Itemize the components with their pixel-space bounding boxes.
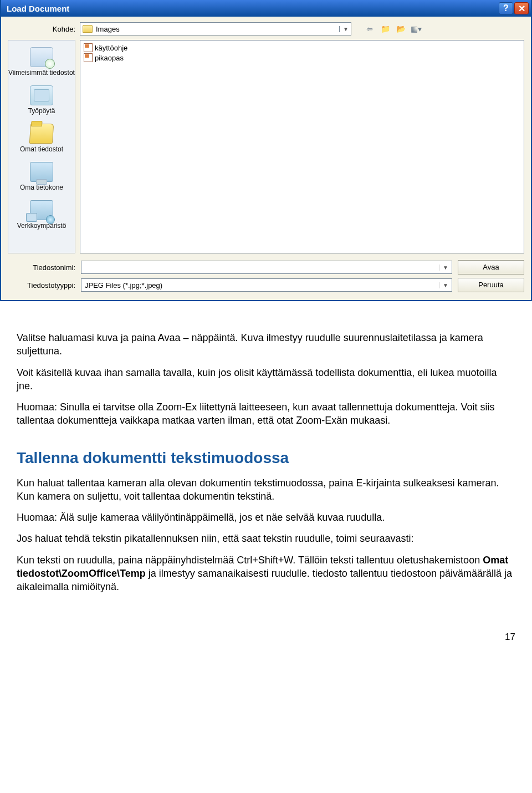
- place-label: Oma tietokone: [20, 184, 63, 191]
- file-name: käyttöohje: [95, 44, 127, 52]
- place-desktop[interactable]: Työpöytä: [28, 85, 55, 115]
- image-file-icon: [84, 53, 93, 62]
- up-folder-icon[interactable]: 📁: [379, 23, 391, 34]
- place-documents[interactable]: Omat tiedostot: [20, 124, 63, 153]
- paragraph: Valitse haluamasi kuva ja paina Avaa – n…: [17, 331, 515, 358]
- place-label: Omat tiedostot: [20, 145, 63, 153]
- look-in-label: Kohde:: [8, 25, 75, 33]
- filetype-label: Tiedostotyyppi:: [8, 281, 75, 289]
- paragraph: Kun haluat tallentaa kameran alla olevan…: [17, 476, 515, 504]
- cancel-button[interactable]: Peruuta: [458, 278, 524, 292]
- document-body: Valitse haluamasi kuva ja paina Avaa – n…: [0, 318, 532, 624]
- dialog-titlebar: Load Document ? ✕: [1, 0, 531, 17]
- section-heading: Tallenna dokumentti tekstimuodossa: [17, 448, 515, 469]
- chevron-down-icon: ▼: [339, 26, 349, 32]
- paragraph: Huomaa: Sinulla ei tarvitse olla Zoom-Ex…: [17, 400, 515, 428]
- folder-icon: [83, 25, 93, 33]
- close-button[interactable]: ✕: [514, 2, 529, 14]
- desktop-icon: [30, 85, 53, 105]
- places-bar: Viimeisimmät tiedostot Työpöytä Omat tie…: [8, 40, 75, 253]
- documents-icon: [29, 124, 54, 144]
- filename-label: Tiedostonimi:: [8, 263, 75, 272]
- place-recent[interactable]: Viimeisimmät tiedostot: [8, 47, 75, 77]
- list-item[interactable]: käyttöohje: [83, 43, 521, 53]
- open-button[interactable]: Avaa: [458, 260, 524, 274]
- place-label: Työpöytä: [28, 107, 55, 115]
- filetype-value: JPEG Files (*.jpg;*.jpeg): [85, 281, 162, 289]
- network-icon: [30, 200, 53, 220]
- recent-docs-icon: [30, 47, 53, 67]
- file-name: pikaopas: [95, 54, 124, 62]
- place-computer[interactable]: Oma tietokone: [20, 162, 63, 191]
- paragraph: Jos haluat tehdä tekstin pikatallennukse…: [17, 532, 515, 545]
- computer-icon: [30, 162, 53, 182]
- help-button[interactable]: ?: [499, 2, 513, 14]
- image-file-icon: [84, 43, 93, 52]
- load-document-dialog: Load Document ? ✕ Kohde: Images ▼ ⇦ 📁 📂 …: [0, 0, 532, 301]
- text-run: Kun teksti on ruudulla, paina näppäinyhd…: [17, 555, 483, 566]
- dialog-title: Load Document: [7, 4, 69, 13]
- page-number: 17: [0, 624, 532, 654]
- dialog-toolbar: ⇦ 📁 📂 ▦▾: [364, 23, 422, 34]
- filename-input[interactable]: ▼: [81, 261, 452, 274]
- back-icon[interactable]: ⇦: [364, 23, 376, 34]
- place-network[interactable]: Verkkoympäristö: [17, 200, 66, 230]
- list-item[interactable]: pikaopas: [83, 53, 521, 63]
- filetype-select[interactable]: JPEG Files (*.jpg;*.jpeg) ▼: [81, 278, 452, 292]
- look-in-select[interactable]: Images ▼: [80, 22, 351, 35]
- new-folder-icon[interactable]: 📂: [395, 23, 407, 34]
- chevron-down-icon: ▼: [439, 265, 448, 271]
- dialog-body: Kohde: Images ▼ ⇦ 📁 📂 ▦▾ Viimeisimmät ti…: [1, 17, 531, 300]
- place-label: Viimeisimmät tiedostot: [8, 69, 75, 77]
- look-in-value: Images: [96, 25, 120, 33]
- place-label: Verkkoympäristö: [17, 222, 66, 230]
- paragraph: Kun teksti on ruudulla, paina näppäinyhd…: [17, 553, 515, 594]
- paragraph: Huomaa: Älä sulje kameraa välilyöntinäpp…: [17, 511, 515, 524]
- paragraph: Voit käsitellä kuvaa ihan samalla tavall…: [17, 366, 515, 393]
- view-menu-icon[interactable]: ▦▾: [410, 23, 422, 34]
- chevron-down-icon: ▼: [439, 282, 448, 288]
- file-list[interactable]: käyttöohje pikaopas: [80, 40, 524, 253]
